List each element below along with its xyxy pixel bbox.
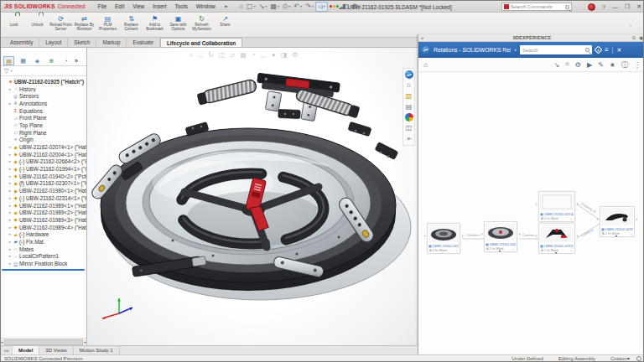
tree-item[interactable]: ▱Right Plane	[1, 129, 87, 137]
graph-node-n5[interactable]: ▦UBW-21162-02314A.1 In Work⌄++	[600, 206, 635, 237]
node-title-link[interactable]: UBW-21162-02074	[490, 242, 516, 246]
panel-search-box[interactable]: Search	[520, 45, 592, 54]
panel-close-icon[interactable]: ✕	[616, 47, 621, 54]
tree-item[interactable]: ▸◆UBW-21162-01989<3> ("Hatch Zinc	[1, 216, 87, 224]
relations-graph-canvas[interactable]: ChildrenContentDrawing ofContent ▦UBW-21…	[418, 72, 644, 349]
close-button[interactable]: ✕	[636, 3, 641, 10]
tree-item[interactable]: ▸▰(-) Fix.Mat.	[1, 238, 87, 246]
node-title-link[interactable]: UBW-21162-01921	[544, 244, 574, 248]
gallery-icon[interactable]: ▤	[404, 102, 413, 111]
graph-node-n4[interactable]: ▦UBW-21162-01921A.1 In Work⌄++	[538, 223, 575, 254]
node-expand-left-handle[interactable]: +	[423, 234, 427, 238]
menu-window[interactable]: Window	[192, 3, 220, 11]
favorite-star-icon[interactable]: ★	[610, 61, 615, 69]
fm-tabs-overflow-icon[interactable]: »	[75, 58, 78, 64]
select-caret-icon[interactable]: ▾	[324, 4, 325, 8]
tree-item[interactable]: ΣEquations	[1, 107, 87, 115]
folder-icon[interactable]: ▨	[404, 91, 413, 101]
node-expand-chevron-icon[interactable]: ⌄	[630, 231, 632, 235]
node-expand-left-handle[interactable]: +	[534, 202, 538, 206]
node-expand-down-icon[interactable]: ▾	[615, 234, 617, 238]
tag-icon[interactable]	[594, 46, 602, 54]
collapse-taskpane-chevron[interactable]: ˆ	[625, 23, 636, 31]
tree-item[interactable]: ▸◫Mirror Fixation Block	[1, 260, 87, 267]
settings-gear-icon[interactable]: ⚙	[575, 61, 581, 69]
print-button[interactable]: ⎙▾	[281, 2, 292, 12]
tree-item[interactable]: ▸∩Mates	[1, 246, 87, 253]
dock-options-icon[interactable]: ⊙	[631, 35, 636, 40]
save-button[interactable]: ▦▾	[268, 2, 281, 12]
tab-assembly[interactable]: Assembly	[4, 38, 39, 47]
tab-sketch[interactable]: Sketch	[68, 38, 96, 47]
new-document-caret-icon[interactable]: ▾	[254, 4, 256, 8]
graph-node-n3[interactable]: ▦UBW-21162-02234A.1 In Work⌄++	[538, 191, 575, 222]
replace-content-button[interactable]: ⇅Replace Content	[120, 14, 143, 36]
tab-layout[interactable]: Layout	[39, 38, 68, 47]
node-title-link[interactable]: UBW-21162-02314	[605, 227, 633, 231]
tree-horizontal-scrollbar[interactable]: ◂ ▸	[1, 338, 86, 345]
node-title-link[interactable]: UBW-21162-02234	[544, 212, 574, 216]
tree-item[interactable]: ▸◆UBW-21162-01989<1> ("Hatch Zinc	[1, 202, 87, 209]
tree-item[interactable]: ▸◆UBW-21162-01980<1> ("Hatch Ring	[1, 187, 87, 194]
tree-item[interactable]: ▸◆(-) UBW-21162-02664<2> ("Hatch L	[1, 158, 87, 166]
node-expand-right-handle[interactable]: +	[517, 232, 522, 236]
tree-item[interactable]: ▱Top Plane	[1, 122, 87, 129]
open-button[interactable]: ↘▾	[257, 2, 269, 12]
tree-item[interactable]: ◈UBW-21162-01925 ("Hatch")	[1, 78, 87, 85]
node-expand-chevron-icon[interactable]: ⌄	[512, 246, 515, 251]
fm-tab-display-manager[interactable]: ◔	[60, 56, 71, 65]
select-cursor-icon[interactable]: ▶	[587, 61, 592, 69]
tab-markup[interactable]: Markup	[96, 38, 127, 47]
tree-item[interactable]: ⌖Origin	[1, 137, 87, 144]
fm-tab-configuration-manager[interactable]: ◈	[32, 56, 43, 65]
user-avatar[interactable]	[588, 3, 595, 11]
pin-menu-icon[interactable]: ➣	[220, 3, 232, 11]
dock-collapse-icon[interactable]: »	[421, 35, 423, 40]
reload-from-server-button[interactable]: ⟳Reload From Server	[49, 14, 72, 36]
menu-tools[interactable]: Tools	[170, 3, 191, 11]
hamburger-menu-icon[interactable]: ≡	[605, 46, 609, 54]
node-title-link[interactable]: UBW-21162-01925	[433, 244, 459, 248]
node-expand-down-icon[interactable]: ▾	[499, 249, 501, 253]
home-icon[interactable]: ⌂	[404, 80, 413, 90]
tree-item[interactable]: ▸◆UBW-21162-02074<1> ("Hatch Lid")	[1, 143, 87, 151]
undo-caret-icon[interactable]: ▾	[300, 4, 302, 8]
graph-node-n2[interactable]: ▦UBW-21162-02074A.1 In Work⌄++	[484, 221, 517, 252]
open-arrow-icon[interactable]: ↘	[554, 61, 560, 69]
node-expand-right-handle[interactable]: +	[460, 234, 465, 238]
node-expand-left-handle[interactable]: +	[480, 232, 484, 236]
tree-item[interactable]: ▸◆(-) UBW-21162-02314<1> ("Hatch R	[1, 194, 87, 202]
info-icon[interactable]: ⓘ	[621, 60, 628, 70]
scrollbar-thumb[interactable]	[4, 339, 84, 345]
fm-tab-feature-manager[interactable]: ▤	[3, 56, 14, 65]
refresh-mysession-button[interactable]: ↻Refresh MySession	[190, 14, 213, 36]
tree-item[interactable]: ▸◆UBW-21162-02004<1> ("Hatch Sprin	[1, 151, 87, 158]
tree-item[interactable]: ▸◔History	[1, 85, 87, 93]
print-caret-icon[interactable]: ▾	[288, 4, 290, 8]
menu-view[interactable]: View	[128, 3, 148, 11]
menu-insert[interactable]: Insert	[148, 3, 170, 11]
save-with-options-button[interactable]: ▣Save with Options	[167, 14, 190, 36]
node-expand-right-handle[interactable]: +	[575, 202, 579, 206]
new-document-button[interactable]: ▢▾	[245, 2, 257, 12]
tree-item[interactable]: ◎Sensors	[1, 92, 87, 100]
unlock-button[interactable]: Unlock	[26, 14, 49, 36]
undo-button[interactable]: ↶▾	[292, 2, 304, 12]
menu-edit[interactable]: Edit	[111, 3, 128, 11]
home-icon[interactable]: ⌂	[423, 61, 428, 69]
node-expand-chevron-icon[interactable]: ⌄	[455, 248, 458, 252]
tree-filter-row[interactable]: ▽ ▾	[1, 66, 87, 76]
tree-item[interactable]: ▱Front Plane	[1, 114, 87, 122]
status-globe-icon[interactable]	[636, 356, 641, 361]
lock-button[interactable]: Lock	[3, 14, 25, 36]
redo-button[interactable]: ↷▾	[304, 2, 315, 12]
tab-scroll-arrows[interactable]: ◂▸	[1, 346, 13, 354]
panel-search-icon[interactable]	[585, 48, 589, 52]
edit-pencil-icon[interactable]: ✎	[598, 61, 604, 69]
node-expand-left-handle[interactable]: +	[595, 217, 600, 221]
tab-evaluate[interactable]: Evaluate	[127, 38, 160, 47]
rollback-bar[interactable]	[2, 269, 85, 271]
filter-funnel-icon[interactable]: ▽	[4, 68, 8, 75]
fm-tab-property-manager[interactable]: ▦	[18, 56, 29, 65]
search-commands-box[interactable]: Search Commands	[501, 3, 572, 11]
